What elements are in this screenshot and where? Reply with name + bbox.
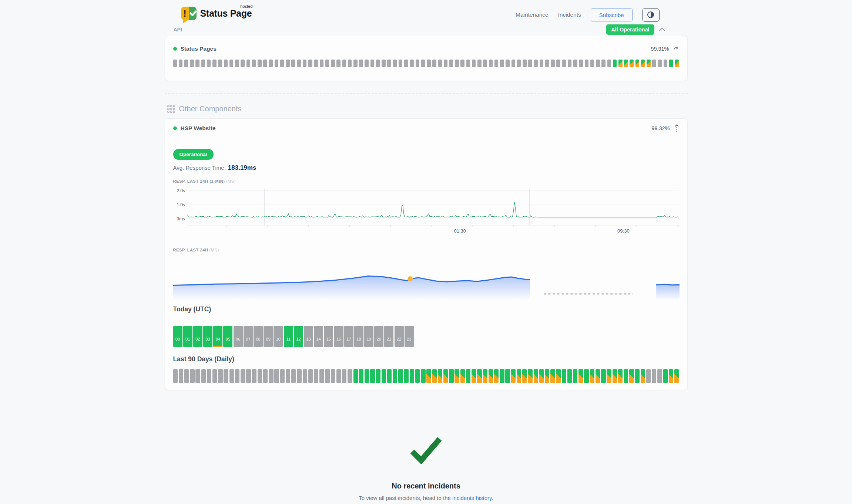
theme-toggle-button[interactable] [642, 8, 660, 22]
uptime-bar [280, 60, 284, 67]
svg-text:2.0s: 2.0s [177, 188, 185, 193]
uptime-bar [455, 60, 459, 67]
uptime-bar [393, 369, 397, 383]
uptime-bar [596, 369, 600, 383]
uptime-bar [370, 369, 375, 383]
hour-box-18: 18 [354, 326, 363, 347]
uptime-bar [348, 369, 352, 383]
sub-header: API All Operational [165, 24, 688, 35]
uptime-bar [578, 369, 583, 383]
uptime-bar [398, 369, 403, 383]
uptime-bar [410, 60, 414, 67]
uptime-bar [410, 369, 414, 383]
uptime-bar [573, 60, 577, 67]
uptime-bar [652, 60, 656, 67]
chart2-label: RESP. LAST 24H(MS) [173, 248, 679, 252]
uptime-bar [207, 60, 211, 67]
chevron-up-icon[interactable] [659, 27, 665, 32]
section-label-api: API [174, 27, 182, 33]
uptime-bar [303, 60, 307, 67]
refresh-icon [674, 46, 679, 51]
uptime-bar [331, 60, 335, 67]
status-dot [173, 47, 177, 51]
uptime-bar [325, 369, 329, 383]
uptime-percentage: 99.32% [651, 125, 670, 131]
incidents-history-link[interactable]: incidents history [452, 495, 492, 501]
uptime-bar [641, 369, 645, 383]
uptime-bar [353, 60, 358, 67]
component-card-hsp-website: HSP Website 99.32% Operational Avg. Resp… [165, 118, 688, 390]
uptime-bar [376, 369, 380, 383]
other-components-title: Other Components [179, 105, 242, 113]
today-title: Today (UTC) [173, 305, 679, 313]
operational-badge: Operational [173, 149, 214, 160]
uptime-bar [365, 60, 369, 67]
subscribe-button[interactable]: Subscribe [591, 9, 633, 21]
uptime-bar [269, 60, 273, 67]
hour-box-08: 08 [254, 326, 263, 347]
uptime-bar [252, 369, 256, 383]
uptime-bar [528, 60, 532, 67]
uptime-bar [545, 369, 549, 383]
uptime-bar [449, 60, 453, 67]
uptime-bar [663, 369, 668, 383]
uptime-bar [258, 369, 262, 383]
logo-hosted-superscript: hosted [240, 4, 252, 9]
uptime-bar [646, 369, 651, 383]
uptime-bar [297, 60, 301, 67]
uptime-bar [331, 369, 335, 383]
uptime-bar [618, 60, 623, 67]
uptime-bar [399, 60, 403, 67]
today-hour-row: 0001020304050607080910111213141516171819… [173, 326, 679, 347]
nav-incidents[interactable]: Incidents [558, 11, 581, 18]
logo-title: Status Page [200, 8, 252, 18]
refresh-button[interactable] [674, 46, 679, 51]
uptime-bar [573, 369, 577, 383]
uptime-bar [601, 60, 606, 67]
uptime-bar [286, 60, 290, 67]
other-components-header: Other Components [165, 105, 688, 113]
uptime-bar [404, 60, 408, 67]
uptime-bar [201, 60, 205, 67]
hour-box-10: 10 [274, 326, 283, 347]
uptime-bar [534, 369, 538, 383]
uptime-bar [201, 369, 206, 383]
uptime-bar [173, 369, 178, 383]
uptime-bar [336, 369, 341, 383]
uptime-bar [489, 369, 493, 383]
uptime-bar [629, 369, 634, 383]
uptime-bar [630, 60, 634, 67]
uptime-bar [494, 369, 499, 383]
uptime-bar [460, 60, 464, 67]
all-operational-badge[interactable]: All Operational [606, 24, 654, 35]
svg-text:09:30: 09:30 [617, 228, 630, 234]
uptime-bar [635, 369, 639, 383]
uptime-bar [494, 60, 499, 67]
uptime-bar [404, 369, 408, 383]
uptime-bar [652, 369, 656, 383]
uptime-bar [562, 60, 566, 67]
component-card-status-pages: Status Pages 99.91% [165, 36, 688, 81]
uptime-bar [669, 60, 673, 67]
hour-box-17: 17 [344, 326, 353, 347]
uptime-bar [556, 369, 560, 383]
uptime-bar [275, 60, 279, 67]
uptime-bar [523, 60, 527, 67]
hour-box-07: 07 [244, 326, 253, 347]
uptime-bar [319, 369, 324, 383]
uptime-bar [252, 60, 256, 67]
uptime-bar [342, 369, 346, 383]
hour-box-03: 03 [203, 326, 212, 347]
response-time-line-chart: 2.0s1.0s0ms01:3009:30 [173, 188, 679, 237]
uptime-bar [246, 60, 251, 67]
uptime-bar [590, 60, 594, 67]
avg-response-value: 183.19ms [228, 164, 256, 171]
nav-maintenance[interactable]: Maintenance [516, 11, 549, 18]
uptime-bar [477, 369, 482, 383]
uptime-bar [179, 60, 183, 67]
uptime-bar [274, 369, 279, 383]
uptime-bar [454, 369, 459, 383]
uptime-bar [534, 60, 538, 67]
logo[interactable]: ! hosted Status Page [180, 6, 252, 24]
uptime-bar [212, 60, 217, 67]
